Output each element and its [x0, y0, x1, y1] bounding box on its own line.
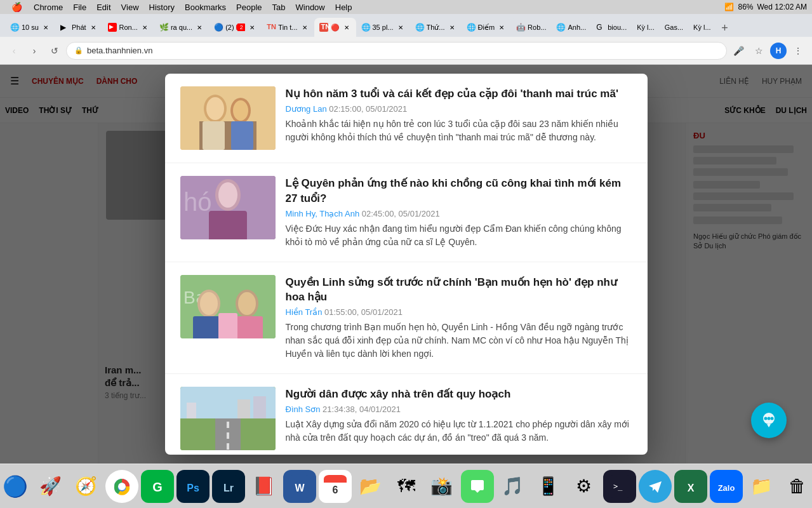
- menu-view[interactable]: View: [116, 0, 144, 14]
- menu-help[interactable]: Help: [330, 0, 357, 14]
- article-thumb-4: [180, 387, 276, 450]
- tab-5[interactable]: 🔵 (2) F... 2 ✕: [209, 18, 262, 37]
- dock-trash[interactable]: 🗑: [781, 470, 813, 503]
- tab-2[interactable]: ▶ Phát ✕: [55, 18, 103, 37]
- dock-photoshop[interactable]: Ps: [176, 470, 210, 503]
- microphone-icon[interactable]: 🎤: [729, 42, 747, 60]
- tab-bar: 🌐 10 su ✕ ▶ Phát ✕ ▶ Ron... ✕ 🌿 ra qu...…: [0, 14, 812, 37]
- tab-title-11: Rob...: [528, 23, 546, 31]
- article-item-1[interactable]: Nụ hôn năm 3 tuổi và cái kết đẹp của cặp…: [165, 74, 648, 163]
- dock-lightroom[interactable]: Lr: [212, 470, 245, 503]
- dock-appstore[interactable]: 📱: [532, 470, 565, 503]
- svg-rect-24: [237, 399, 250, 418]
- tab-16[interactable]: Kỳ l...: [688, 18, 716, 37]
- dock-files[interactable]: 📂: [354, 470, 387, 503]
- dock-finder[interactable]: 🔵: [0, 470, 32, 503]
- tab-close-4[interactable]: ✕: [195, 23, 204, 32]
- tab-9[interactable]: 🌐 Thứ... ✕: [410, 18, 462, 37]
- article-title-4[interactable]: Người dân được xây nhà trên đất quy hoạc…: [286, 387, 632, 402]
- menu-chrome[interactable]: Chrome: [29, 0, 68, 14]
- bookmark-icon[interactable]: ☆: [750, 42, 768, 60]
- dock-calendar[interactable]: 6: [319, 470, 352, 503]
- content-area: ☰ CHUYÊN MỤC DÀNH CHO LIÊN HỆ HUY PHẠM V…: [0, 65, 812, 464]
- article-author-3: Hiền Trần 01:55:00, 05/01/2021: [286, 307, 632, 317]
- menu-history[interactable]: History: [144, 0, 180, 14]
- article-excerpt-3: Trong chương trình Bạn muốn hẹn hò, Quyề…: [286, 321, 632, 361]
- tab-active[interactable]: TN 🔴 ✕: [314, 18, 356, 37]
- dock-terminal[interactable]: >_: [603, 470, 636, 503]
- chat-icon-button[interactable]: [751, 403, 787, 438]
- tab-10[interactable]: 🌐 Điểm ✕: [462, 18, 512, 37]
- new-tab-button[interactable]: +: [716, 19, 734, 37]
- tab-1[interactable]: 🌐 10 su ✕: [5, 18, 55, 37]
- tab-close-2[interactable]: ✕: [89, 23, 98, 32]
- address-bar: ‹ › ↺ 🔒 beta.thanhnien.vn 🎤 ☆ H ⋮: [0, 37, 812, 65]
- dock-grammarly[interactable]: G: [141, 470, 174, 503]
- svg-point-16: [200, 292, 218, 315]
- tab-close-10[interactable]: ✕: [497, 23, 506, 32]
- dock-messages[interactable]: [461, 470, 494, 503]
- menu-window[interactable]: Window: [291, 0, 330, 14]
- dock-safari[interactable]: 🧭: [70, 470, 103, 503]
- menu-tab[interactable]: Tab: [267, 0, 291, 14]
- apple-menu[interactable]: 🍎: [5, 0, 29, 14]
- tab-3[interactable]: ▶ Ron... ✕: [103, 18, 154, 37]
- popup-overlay[interactable]: Nụ hôn năm 3 tuổi và cái kết đẹp của cặp…: [0, 65, 812, 464]
- dock-launchpad[interactable]: 🚀: [34, 470, 67, 503]
- menu-edit[interactable]: Edit: [91, 0, 116, 14]
- tab-title-8: 35 pl...: [373, 23, 394, 31]
- tab-15[interactable]: Gas...: [660, 18, 688, 37]
- article-title-3[interactable]: Quyền Linh sửng sốt trước nữ chính 'Bạn …: [286, 275, 632, 305]
- dock-books[interactable]: 📕: [248, 470, 281, 503]
- article-item-2[interactable]: hó Lệ Quyên phản ứng thế nào khi chồng c…: [165, 163, 648, 262]
- tab-title-16: Kỳ l...: [693, 23, 711, 31]
- menu-bookmarks[interactable]: Bookmarks: [180, 0, 231, 14]
- tab-6[interactable]: TN Tin t... ✕: [262, 18, 314, 37]
- tab-11[interactable]: 🤖 Rob...: [511, 18, 551, 37]
- svg-text:W: W: [295, 483, 305, 493]
- tab-close-1[interactable]: ✕: [41, 23, 50, 32]
- dock-chrome[interactable]: [105, 470, 138, 503]
- tab-12[interactable]: 🌐 Anh...: [551, 18, 591, 37]
- tab-close-8[interactable]: ✕: [396, 23, 405, 32]
- article-title-2[interactable]: Lệ Quyên phản ứng thế nào khi chồng cũ c…: [286, 176, 632, 206]
- tab-14[interactable]: Kỳ l...: [632, 18, 660, 37]
- wifi-icon: 📶: [724, 3, 734, 11]
- dock-settings[interactable]: ⚙: [568, 470, 601, 503]
- tab-8[interactable]: 🌐 35 pl... ✕: [356, 18, 410, 37]
- article-content-4: Người dân được xây nhà trên đất quy hoạc…: [286, 387, 632, 450]
- back-button[interactable]: ‹: [5, 42, 23, 60]
- dock-photos[interactable]: 📸: [425, 470, 458, 503]
- tab-close-5[interactable]: ✕: [248, 23, 256, 32]
- dock-folder[interactable]: 📁: [745, 470, 778, 503]
- tab-favicon-3: ▶: [108, 23, 117, 32]
- forward-button[interactable]: ›: [25, 42, 43, 60]
- tab-13[interactable]: G biou...: [591, 18, 632, 37]
- tab-title-3: Ron...: [119, 23, 138, 31]
- tab-close-9[interactable]: ✕: [448, 23, 456, 32]
- tab-4[interactable]: 🌿 ra qu... ✕: [154, 18, 209, 37]
- url-bar[interactable]: 🔒 beta.thanhnien.vn: [66, 42, 727, 60]
- tab-favicon-13: G: [596, 23, 605, 32]
- dock-zalo[interactable]: Zalo: [710, 470, 743, 503]
- menu-file[interactable]: File: [68, 0, 91, 14]
- tab-active-close[interactable]: ✕: [342, 23, 351, 32]
- dock-excel[interactable]: X: [674, 470, 707, 503]
- dock-music[interactable]: 🎵: [496, 470, 529, 503]
- svg-rect-31: [227, 443, 229, 450]
- article-item-4[interactable]: Người dân được xây nhà trên đất quy hoạc…: [165, 374, 648, 455]
- article-item-3[interactable]: Bạn Quyền Linh sửng sốt trước nữ chính '…: [165, 262, 648, 375]
- menu-people[interactable]: People: [231, 0, 267, 14]
- tab-close-6[interactable]: ✕: [300, 23, 309, 32]
- reload-button[interactable]: ↺: [46, 42, 63, 60]
- dock-word[interactable]: W: [283, 470, 316, 503]
- article-content-2: Lệ Quyên phản ứng thế nào khi chồng cũ c…: [286, 176, 632, 249]
- address-bar-right: 🎤 ☆ H ⋮: [729, 42, 807, 60]
- dock-maps[interactable]: 🗺: [390, 470, 423, 503]
- article-title-1[interactable]: Nụ hôn năm 3 tuổi và cái kết đẹp của cặp…: [286, 86, 632, 102]
- menu-icon[interactable]: ⋮: [789, 42, 807, 60]
- tab-close-3[interactable]: ✕: [140, 23, 149, 32]
- dock-telegram[interactable]: [639, 470, 672, 503]
- profile-button[interactable]: H: [770, 43, 787, 59]
- tab-title-6: Tin t...: [278, 23, 297, 31]
